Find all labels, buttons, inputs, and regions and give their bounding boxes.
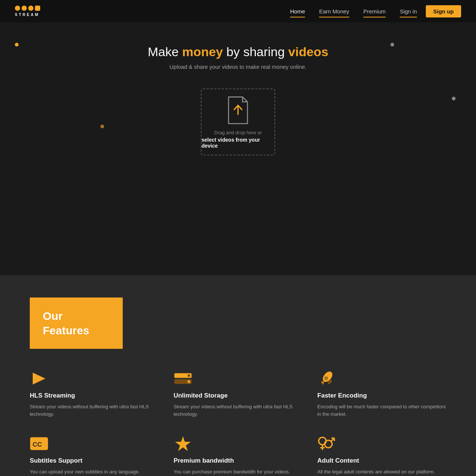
nav-link-signin[interactable]: Sign in: [395, 6, 422, 17]
upload-icon: [225, 96, 251, 127]
feature-storage-desc: Stream your videos without buffering wit…: [174, 403, 303, 418]
svg-marker-10: [321, 380, 325, 385]
hero-subtitle: Upload & share your videos to make real …: [170, 64, 307, 70]
decoration-dot-tr: [390, 43, 394, 46]
upload-zone[interactable]: Drag and drop here or select videos from…: [201, 89, 275, 155]
feature-encoding-title: Faster Encoding: [317, 392, 446, 399]
decoration-dot-tl: [15, 43, 19, 46]
logo-text: STREAM: [15, 13, 40, 17]
feature-hls-title: HLS Streaming: [30, 392, 159, 399]
features-header: OurFeatures: [30, 298, 123, 349]
feature-adult: Adult Content All the legal adult conten…: [317, 436, 446, 476]
feature-subtitles-title: Subtitles Support: [30, 457, 159, 464]
hero-section: Make money by sharing videos Upload & sh…: [0, 22, 476, 245]
decoration-dot-mr: [452, 97, 456, 100]
feature-storage: Unlimited Storage Stream your videos wit…: [174, 371, 303, 418]
feature-subtitles-desc: You can upload your own subtitles in any…: [30, 468, 159, 476]
svg-point-5: [187, 380, 190, 383]
nav-link-premium[interactable]: Premium: [358, 6, 391, 17]
decoration-dot-ml: [100, 125, 104, 128]
svg-marker-1: [33, 373, 45, 385]
feature-bandwidth-desc: You can purchase premium bandwidth for y…: [174, 468, 303, 476]
feature-hls-desc: Stream your videos without buffering wit…: [30, 403, 159, 418]
rocket-icon: [317, 371, 336, 386]
nav-link-home[interactable]: Home: [285, 6, 310, 17]
feature-adult-title: Adult Content: [317, 457, 446, 464]
select-videos-text[interactable]: select videos from your device: [202, 137, 274, 149]
hero-title: Make money by sharing videos: [148, 45, 328, 59]
drag-drop-text: Drag and drop here or: [214, 130, 262, 135]
feature-bandwidth-title: Premium bandwidth: [174, 457, 303, 464]
feature-encoding: Faster Encoding Encoding will be much fa…: [317, 371, 446, 418]
feature-storage-title: Unlimited Storage: [174, 392, 303, 399]
feature-subtitles: CC Subtitles Support You can upload your…: [30, 436, 159, 476]
cc-icon: CC: [30, 436, 48, 451]
feature-adult-desc: All the legal adult contents are allowed…: [317, 468, 446, 476]
nav-links: Home Earn Money Premium Sign in Sign up: [285, 5, 461, 17]
star-icon: [174, 436, 192, 451]
features-section: OurFeatures HLS Streaming Stream your vi…: [0, 275, 476, 476]
svg-marker-13: [175, 436, 191, 451]
feature-hls: HLS Streaming Stream your videos without…: [30, 371, 159, 418]
feature-bandwidth: Premium bandwidth You can purchase premi…: [174, 436, 303, 476]
svg-point-4: [187, 374, 190, 377]
adult-icon: [317, 436, 336, 451]
svg-point-8: [325, 377, 327, 379]
nav-link-earn-money[interactable]: Earn Money: [314, 6, 354, 17]
navbar: STREAM Home Earn Money Premium Sign in S…: [0, 0, 476, 22]
svg-text:CC: CC: [33, 441, 42, 448]
hls-icon: [30, 371, 48, 386]
features-grid: HLS Streaming Stream your videos without…: [30, 371, 446, 476]
logo[interactable]: STREAM: [15, 6, 40, 17]
storage-icon: [174, 371, 192, 386]
signup-button[interactable]: Sign up: [426, 5, 461, 17]
feature-encoding-desc: Encoding will be much faster compared to…: [317, 403, 446, 418]
